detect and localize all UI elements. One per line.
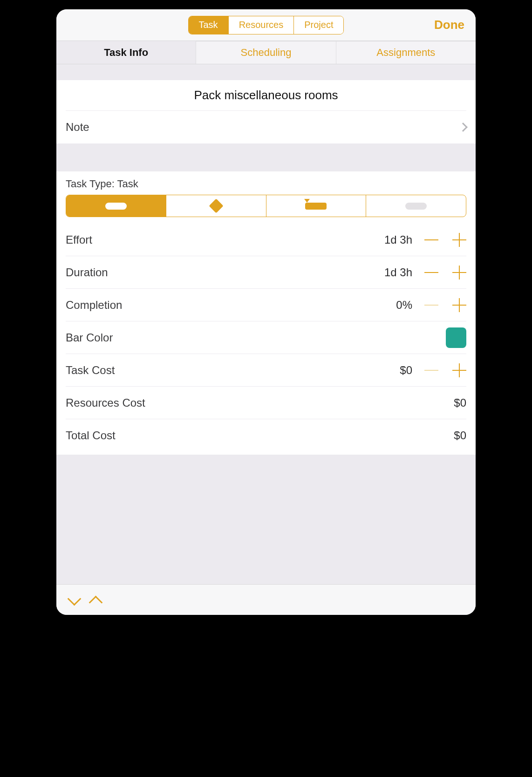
task-type-header: Task Type: Task (56, 171, 476, 195)
milestone-icon (209, 198, 223, 213)
spacer (56, 64, 476, 80)
bar-color-label: Bar Color (66, 331, 113, 344)
bottom-toolbar (56, 584, 476, 615)
segment-project[interactable]: Project (294, 16, 343, 34)
done-button[interactable]: Done (434, 9, 464, 41)
task-title[interactable]: Pack miscellaneous rooms (66, 80, 466, 111)
effort-increment[interactable] (452, 233, 466, 247)
bar-color-swatch[interactable] (446, 327, 466, 348)
tab-task-info[interactable]: Task Info (56, 41, 196, 64)
effort-value[interactable]: 1d 3h (384, 233, 412, 246)
empty-area (56, 455, 476, 584)
total-cost-row: Total Cost $0 (66, 419, 466, 452)
completion-decrement (424, 298, 438, 312)
segment-task[interactable]: Task (189, 16, 229, 34)
completion-row: Completion 0% (66, 289, 466, 321)
hammock-icon (305, 203, 327, 210)
group-icon (405, 203, 427, 210)
resources-cost-label: Resources Cost (66, 396, 145, 409)
resources-cost-value: $0 (438, 396, 466, 409)
tab-assignments[interactable]: Assignments (336, 41, 476, 64)
task-type-task[interactable] (66, 195, 166, 217)
subtab-bar: Task Info Scheduling Assignments (56, 41, 476, 64)
completion-value[interactable]: 0% (384, 299, 412, 312)
task-type-milestone[interactable] (166, 195, 266, 217)
task-type-hammock[interactable] (266, 195, 367, 217)
duration-value[interactable]: 1d 3h (384, 266, 412, 279)
effort-decrement[interactable] (424, 233, 438, 247)
tab-scheduling[interactable]: Scheduling (196, 41, 335, 64)
view-segmented-control: Task Resources Project (188, 16, 344, 34)
top-toolbar: Task Resources Project Done (56, 9, 476, 41)
task-cost-decrement (424, 363, 438, 377)
task-cost-value[interactable]: $0 (384, 364, 412, 377)
completion-label: Completion (66, 299, 122, 312)
task-type-prefix: Task Type: (66, 178, 117, 190)
task-cost-row: Task Cost $0 (66, 354, 466, 387)
fields-section: Task Type: Task Effort 1d 3h (56, 171, 476, 455)
spacer (56, 143, 476, 171)
total-cost-label: Total Cost (66, 429, 116, 442)
effort-row: Effort 1d 3h (66, 224, 466, 256)
note-row[interactable]: Note (66, 111, 466, 143)
task-type-segmented-control (66, 195, 466, 217)
previous-task-button[interactable] (89, 594, 101, 606)
segment-resources[interactable]: Resources (229, 16, 294, 34)
effort-label: Effort (66, 233, 92, 246)
duration-label: Duration (66, 266, 108, 279)
total-cost-value: $0 (438, 429, 466, 442)
completion-increment[interactable] (452, 298, 466, 312)
task-cost-increment[interactable] (452, 363, 466, 377)
duration-row: Duration 1d 3h (66, 256, 466, 289)
chevron-right-icon (458, 123, 468, 132)
resources-cost-row: Resources Cost $0 (66, 387, 466, 419)
task-cost-label: Task Cost (66, 364, 115, 377)
task-bar-icon (105, 203, 127, 210)
bar-color-row[interactable]: Bar Color (66, 321, 466, 354)
duration-decrement[interactable] (424, 266, 438, 279)
title-section: Pack miscellaneous rooms Note (56, 80, 476, 143)
note-label: Note (66, 121, 89, 134)
task-type-group[interactable] (366, 195, 466, 217)
duration-increment[interactable] (452, 266, 466, 279)
inspector-panel: Task Resources Project Done Task Info Sc… (56, 9, 476, 615)
task-type-value: Task (117, 178, 138, 190)
next-task-button[interactable] (68, 594, 80, 606)
